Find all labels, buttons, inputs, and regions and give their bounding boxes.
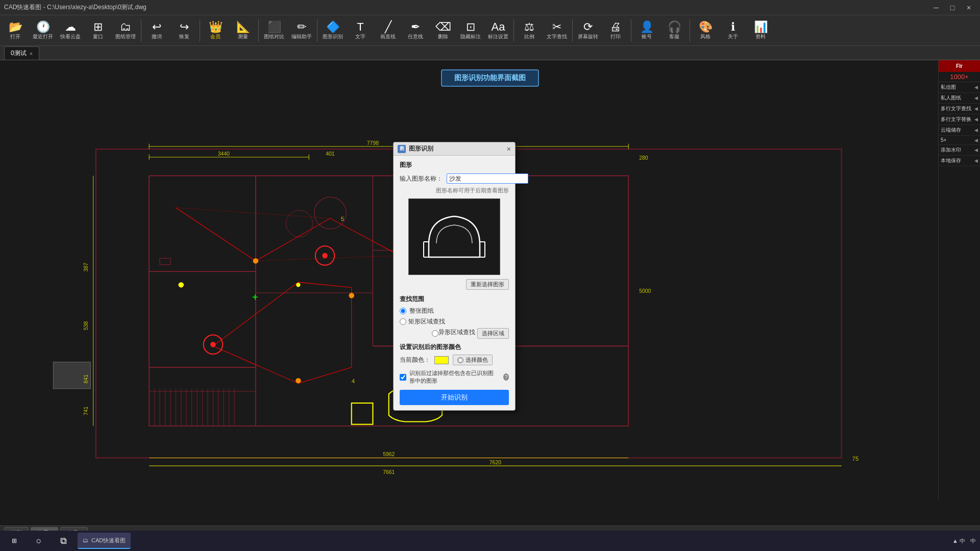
toolbar-item-drawline[interactable]: ╱画直线 [375, 17, 401, 44]
svg-text:4: 4 [352, 378, 355, 384]
toolbar-separator [631, 19, 631, 42]
start-button[interactable]: ⊞ [4, 533, 24, 549]
arrow-icon: ◀ [974, 117, 978, 122]
sidebar-item-3[interactable]: 多行文字查找 ◀ [939, 104, 980, 114]
search-button[interactable]: ○ [29, 533, 49, 549]
sidebar-item-7[interactable]: 本地保存 ◀ [939, 156, 980, 166]
filter-checkbox[interactable] [400, 374, 406, 381]
shape-name-input[interactable] [447, 173, 528, 184]
arrow-icon: ◀ [974, 158, 978, 163]
redo-icon: ↪ [180, 21, 189, 33]
start-recognition-button[interactable]: 开始识别 [400, 390, 509, 405]
name-input-row: 输入图形名称： [400, 173, 509, 184]
tab-0ceshi[interactable]: 0测试 × [4, 46, 39, 60]
toolbar-separator [572, 19, 573, 42]
current-color-swatch[interactable] [434, 356, 449, 364]
radio-irregular-label[interactable]: 异形区域查找 [438, 328, 475, 339]
help-icon[interactable]: ? [503, 373, 509, 381]
toolbar-item-shaperecog[interactable]: 🔷图形识别 [320, 17, 346, 44]
window-icon: ⊞ [93, 21, 103, 33]
svg-text:3440: 3440 [218, 151, 230, 157]
titlebar: CAD快速看图 - C:\Users\xiezy-a\Desktop\0测试.d… [0, 0, 980, 15]
toolbar-item-about[interactable]: ℹ关于 [720, 17, 746, 44]
right-sidebar-panel: FIr 1000+ 私信图 ◀ 私人图纸 ◀ 多行文字查找 ◀ 多行文字替换 ◀… [938, 60, 980, 500]
sidebar-item-1[interactable]: 私信图 ◀ [939, 82, 980, 93]
toolbar-item-service[interactable]: 🎧客服 [661, 17, 688, 44]
toolbar-item-labelstyle[interactable]: Aa标注设置 [485, 17, 511, 44]
svg-text:7620: 7620 [489, 460, 501, 465]
restore-button[interactable]: □ [945, 3, 960, 13]
textcrop-icon: ✂ [552, 21, 561, 33]
toolbar-item-vip[interactable]: 👑会员 [202, 17, 229, 44]
radio-rect-label[interactable]: 矩形区域查找 [408, 317, 445, 326]
toolbar-item-account[interactable]: 👤账号 [633, 17, 660, 44]
toolbar-separator [200, 19, 200, 42]
svg-text:75: 75 [852, 456, 859, 462]
minimize-button[interactable]: ─ [929, 3, 943, 13]
radio-whole-label[interactable]: 整张图纸 [409, 307, 434, 315]
radio-irregular-area[interactable] [432, 328, 438, 339]
sidebar-item-number[interactable]: 5+ ◀ [939, 136, 980, 145]
svg-text:538: 538 [83, 321, 89, 330]
radio-whole-drawing[interactable] [400, 308, 406, 314]
svg-text:401: 401 [326, 151, 335, 157]
select-color-button[interactable]: 选择颜色 [453, 355, 493, 365]
section-shape-title: 图形 [400, 161, 509, 169]
toolbar-item-measure[interactable]: 📐测量 [230, 17, 256, 44]
toolbar-item-erase[interactable]: ⌫删除 [430, 17, 456, 44]
radio-rect-area[interactable] [400, 318, 406, 325]
dialog-close-button[interactable]: × [507, 145, 511, 153]
sidebar-item-2[interactable]: 私人图纸 ◀ [939, 93, 980, 104]
canvas-area[interactable]: 7798 3440 401 280 387 538 841 741 5962 7… [0, 60, 980, 525]
toolbar-item-cloud[interactable]: ☁快看云盘 [57, 17, 84, 44]
toolbar-item-screenrotate[interactable]: ⟳屏幕旋转 [575, 17, 601, 44]
sidebar-item-4[interactable]: 多行文字替换 ◀ [939, 114, 980, 125]
toolbar-item-freeline[interactable]: ✒任意线 [402, 17, 429, 44]
toolbar-item-recent[interactable]: 🕐最近打开 [30, 17, 56, 44]
shaperecog-icon: 🔷 [326, 21, 340, 33]
svg-text:7798: 7798 [367, 140, 379, 146]
close-button[interactable]: × [962, 3, 976, 13]
cad-taskbar-app[interactable]: 🗂 CAD快速看图 [78, 533, 131, 549]
color-setting-title: 设置识别后的图形颜色 [400, 343, 509, 352]
measure-icon: 📐 [236, 21, 250, 33]
toolbar-separator [317, 19, 317, 42]
filter-checkbox-label[interactable]: 识别后过滤掉那些包含在已识别图形中的图形 [409, 369, 498, 385]
taskview-button[interactable]: ⧉ [53, 533, 74, 549]
reselect-shape-button[interactable]: 重新选择图形 [466, 279, 509, 290]
toolbar-item-data[interactable]: 📊资料 [747, 17, 774, 44]
toolbar-item-scale[interactable]: ⚖比例 [516, 17, 543, 44]
toolbar-item-textcrop[interactable]: ✂文字查找 [544, 17, 570, 44]
search-icon: ○ [36, 536, 42, 546]
toolbar-item-drawings[interactable]: 🗂图纸管理 [112, 17, 139, 44]
toolbar-item-redo[interactable]: ↪恢复 [171, 17, 198, 44]
scale-icon: ⚖ [524, 21, 534, 33]
app-label: CAD快速看图 [91, 537, 126, 544]
tab-label: 0测试 [11, 49, 27, 58]
toolbar-item-open[interactable]: 📂打开 [2, 17, 29, 44]
sidebar-item-5[interactable]: 云端储存 ◀ [939, 125, 980, 136]
toolbar-item-theme[interactable]: 🎨风格 [692, 17, 719, 44]
toolbar-separator [513, 19, 514, 42]
toolbar-item-hidestandard[interactable]: ⊡隐藏标注 [457, 17, 484, 44]
tabbar: 0测试 × [0, 46, 980, 60]
select-area-button[interactable]: 选择区域 [477, 328, 509, 339]
sidebar-count: 1000+ [939, 72, 980, 82]
drawings-icon: 🗂 [120, 21, 131, 33]
tray-icons: ▲ 中 [952, 537, 965, 545]
toolbar-item-window[interactable]: ⊞窗口 [85, 17, 111, 44]
sidebar-header[interactable]: FIr [939, 60, 980, 72]
service-icon: 🎧 [668, 21, 681, 33]
sidebar-item-6[interactable]: 添加水印 ◀ [939, 145, 980, 156]
labelstyle-icon: Aa [492, 21, 505, 33]
cloud-icon: ☁ [65, 21, 76, 33]
start-icon: ⊞ [12, 537, 17, 544]
system-time: 中 [970, 537, 976, 545]
toolbar-item-print[interactable]: 🖨打印 [602, 17, 629, 44]
toolbar-item-text[interactable]: T文字 [347, 17, 374, 44]
account-icon: 👤 [640, 21, 654, 33]
toolbar-item-edithelper[interactable]: ✏编辑助手 [288, 17, 315, 44]
toolbar-item-undo[interactable]: ↩撤消 [143, 17, 170, 44]
tab-close-icon[interactable]: × [30, 51, 33, 57]
toolbar-item-compare[interactable]: ⬛图纸对比 [261, 17, 287, 44]
